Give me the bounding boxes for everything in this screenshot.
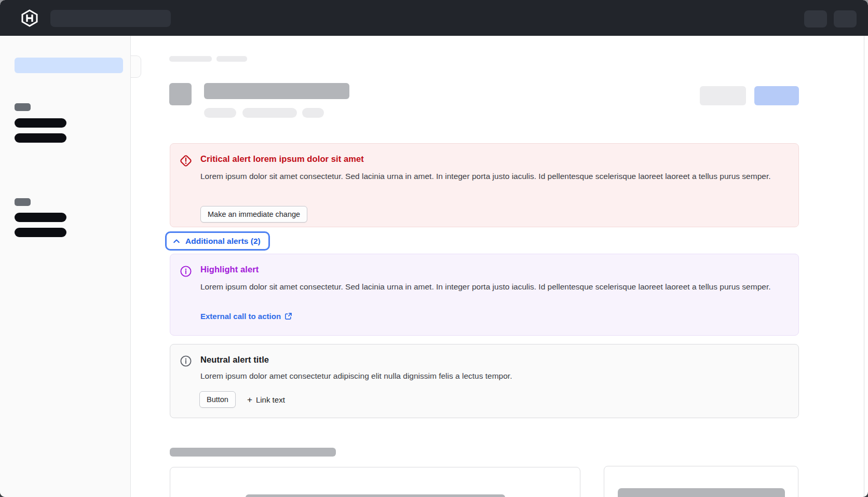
section-title-skeleton — [170, 448, 336, 457]
sidebar-item-skeleton[interactable] — [15, 118, 66, 128]
external-link-label: External call to action — [200, 312, 281, 321]
additional-alerts-toggle[interactable]: Additional alerts (2) — [165, 231, 270, 251]
page-meta-skeleton — [302, 108, 324, 118]
sidebar-collapse-handle[interactable] — [131, 56, 141, 78]
breadcrumb-skeleton — [169, 56, 212, 62]
highlight-alert-external-link[interactable]: External call to action — [200, 312, 292, 321]
navbar-action-button-1[interactable] — [804, 10, 827, 27]
breadcrumb-skeleton — [216, 56, 247, 62]
plus-icon: + — [247, 395, 252, 404]
sidebar-item-skeleton[interactable] — [15, 213, 66, 222]
app-window: Critical alert lorem ipsum dolor sit ame… — [0, 0, 868, 497]
highlight-alert-body: Lorem ipsum dolor sit amet consectetur. … — [200, 281, 792, 293]
external-link-icon — [284, 312, 292, 320]
info-circle-icon — [180, 355, 194, 369]
critical-alert-action-button[interactable]: Make an immediate change — [200, 206, 307, 223]
card-content-skeleton — [618, 488, 785, 497]
additional-alerts-toggle-label: Additional alerts (2) — [185, 237, 261, 246]
content-right-divider — [864, 36, 864, 497]
header-secondary-button[interactable] — [700, 86, 746, 105]
header-primary-button[interactable] — [754, 86, 799, 105]
sidebar-section-label-skeleton — [15, 198, 31, 206]
sidebar-item-skeleton[interactable] — [15, 228, 66, 237]
sidebar — [0, 36, 131, 497]
page-title-skeleton — [204, 83, 349, 99]
critical-alert-body: Lorem ipsum dolor sit amet consectetur. … — [200, 170, 792, 183]
critical-alert-title: Critical alert lorem ipsum dolor sit ame… — [200, 154, 364, 164]
hashicorp-logo-icon — [21, 9, 38, 27]
highlight-alert-title: Highlight alert — [200, 265, 259, 274]
page-icon-skeleton — [169, 83, 192, 105]
sidebar-item-skeleton[interactable] — [15, 133, 66, 143]
sidebar-active-item[interactable] — [15, 58, 123, 73]
neutral-alert-button[interactable]: Button — [199, 391, 236, 408]
navbar-search-input[interactable] — [50, 10, 171, 27]
navbar-action-button-2[interactable] — [834, 10, 857, 27]
info-circle-icon — [180, 266, 194, 279]
top-navbar — [0, 0, 868, 36]
critical-alert: Critical alert lorem ipsum dolor sit ame… — [170, 143, 799, 227]
card-content-skeleton — [246, 494, 505, 497]
plus-link-label: Link text — [256, 395, 285, 404]
sidebar-section-label-skeleton — [15, 103, 31, 111]
highlight-alert: Highlight alert Lorem ipsum dolor sit am… — [170, 254, 799, 336]
neutral-alert-plus-link[interactable]: + Link text — [247, 391, 285, 408]
chevron-up-icon — [172, 237, 181, 245]
page-meta-skeleton — [242, 108, 297, 118]
card — [170, 467, 580, 497]
neutral-alert: Neutral alert title Lorem ipsum dolor am… — [170, 344, 799, 418]
alert-diamond-icon — [179, 154, 193, 168]
neutral-alert-title: Neutral alert title — [200, 355, 269, 365]
page-meta-skeleton — [204, 108, 236, 118]
neutral-alert-body: Lorem ipsum dolor amet consectetur adipi… — [200, 370, 792, 382]
